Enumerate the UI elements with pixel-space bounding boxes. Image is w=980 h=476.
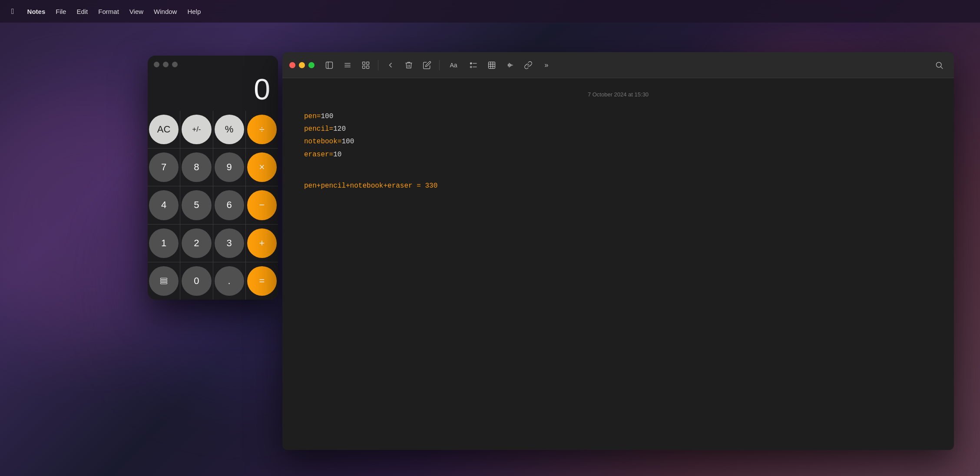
- note-val-eraser: 10: [333, 151, 341, 159]
- calc-maximize-button[interactable]: [172, 62, 178, 67]
- menu-notes[interactable]: Notes: [23, 6, 50, 17]
- grid-view-button[interactable]: [358, 57, 374, 73]
- note-val-pencil: 120: [333, 125, 346, 133]
- note-key-pen: pen: [304, 112, 317, 120]
- note-body[interactable]: pen=100 pencil=120 notebook=100 eraser=1…: [304, 111, 932, 192]
- svg-rect-9: [367, 62, 369, 64]
- voice-button[interactable]: [502, 57, 518, 73]
- calc-result: 0: [156, 73, 269, 106]
- note-sep-3: =: [338, 138, 342, 145]
- calc-btn-9[interactable]: 9: [215, 152, 244, 182]
- svg-rect-8: [363, 62, 365, 64]
- calc-btn-5[interactable]: 5: [182, 190, 211, 220]
- calc-btn-7[interactable]: 7: [149, 152, 179, 182]
- note-line-2: pencil=120: [304, 123, 932, 135]
- calc-btn-container-7: 7: [148, 149, 180, 186]
- format-button[interactable]: Aa: [444, 57, 463, 73]
- menu-file[interactable]: File: [51, 6, 70, 17]
- note-line-1: pen=100: [304, 111, 932, 122]
- calc-btn-plus[interactable]: +: [247, 228, 277, 258]
- calc-btn-sign[interactable]: +/-: [182, 115, 211, 144]
- calc-btn-container-plus: +: [246, 225, 278, 262]
- search-button[interactable]: [931, 57, 947, 73]
- checklist-button[interactable]: [466, 57, 481, 73]
- delete-button[interactable]: [401, 57, 417, 73]
- link-button[interactable]: [520, 57, 536, 73]
- sidebar-toggle-button[interactable]: [321, 57, 337, 73]
- svg-rect-10: [363, 66, 365, 68]
- calc-btn-equals[interactable]: =: [247, 266, 277, 296]
- sidebar-icon: [325, 61, 334, 69]
- calc-btn-4[interactable]: 4: [149, 190, 179, 220]
- menu-window[interactable]: Window: [149, 6, 181, 17]
- calc-btn-container-8: 8: [180, 149, 212, 186]
- grid-icon: [361, 61, 370, 69]
- calc-btn-ac[interactable]: AC: [149, 115, 179, 144]
- calc-btn-container-6: 6: [213, 186, 245, 224]
- checklist-icon: [469, 61, 478, 69]
- compose-icon: [423, 61, 431, 69]
- menu-help[interactable]: Help: [183, 6, 205, 17]
- note-line-3: notebook=100: [304, 136, 932, 148]
- note-val-notebook: 100: [341, 138, 354, 145]
- calc-btn-container-history: [148, 262, 180, 300]
- notes-maximize-button[interactable]: [308, 62, 315, 68]
- calc-btn-container-ac: AC: [148, 111, 180, 148]
- calc-close-button[interactable]: [154, 62, 159, 67]
- back-icon: [386, 61, 395, 69]
- apple-menu[interactable]: : [7, 5, 19, 18]
- calc-btn-decimal[interactable]: .: [215, 266, 244, 296]
- more-button[interactable]: »: [539, 57, 554, 73]
- calc-btn-container-1: 1: [148, 225, 180, 262]
- notes-content[interactable]: 7 October 2024 at 15:30 pen=100 pencil=1…: [282, 78, 954, 450]
- back-button[interactable]: [383, 57, 398, 73]
- compose-button[interactable]: [419, 57, 435, 73]
- menu-format[interactable]: Format: [94, 6, 123, 17]
- calc-display: 0: [148, 73, 278, 111]
- svg-rect-1: [161, 280, 167, 281]
- svg-rect-11: [367, 66, 369, 68]
- list-icon: [343, 61, 352, 69]
- calc-btn-6[interactable]: 6: [215, 190, 244, 220]
- note-sep-4: =: [329, 151, 334, 159]
- notes-minimize-button[interactable]: [299, 62, 305, 68]
- calc-btn-multiply[interactable]: ×: [247, 152, 277, 182]
- notes-close-button[interactable]: [289, 62, 295, 68]
- calc-button-grid: AC +/- % ÷ 7 8 9 × 4 5 6: [148, 111, 278, 300]
- svg-rect-16: [489, 62, 495, 68]
- list-view-button[interactable]: [340, 57, 355, 73]
- table-button[interactable]: [484, 57, 500, 73]
- calc-btn-container-multiply: ×: [246, 149, 278, 186]
- note-formula-result: 330: [425, 182, 437, 190]
- svg-line-28: [941, 66, 943, 69]
- svg-rect-2: [161, 282, 167, 284]
- note-formula-prefix: pen+pencil+notebook+eraser =: [304, 182, 425, 190]
- calc-minimize-button[interactable]: [163, 62, 169, 67]
- menu-edit[interactable]: Edit: [72, 6, 92, 17]
- svg-rect-3: [326, 62, 333, 68]
- search-icon: [935, 61, 944, 69]
- calc-btn-container-4: 4: [148, 186, 180, 224]
- notes-toolbar: Aa: [282, 52, 954, 78]
- calc-btn-1[interactable]: 1: [149, 228, 179, 258]
- link-icon: [524, 61, 533, 69]
- calc-btn-3[interactable]: 3: [215, 228, 244, 258]
- calc-btn-0[interactable]: 0: [182, 266, 211, 296]
- format-label: Aa: [450, 62, 457, 69]
- note-formula-line: pen+pencil+notebook+eraser = 330: [304, 180, 932, 192]
- calc-btn-8[interactable]: 8: [182, 152, 211, 182]
- menu-view[interactable]: View: [125, 6, 148, 17]
- calc-btn-container-equals: =: [246, 262, 278, 300]
- calc-btn-container-sign: +/-: [180, 111, 212, 148]
- note-empty-line: [304, 162, 932, 173]
- note-key-eraser: eraser: [304, 151, 329, 159]
- calc-btn-minus[interactable]: −: [247, 190, 277, 220]
- calc-btn-history[interactable]: [149, 266, 179, 296]
- notes-traffic-lights: [289, 62, 315, 68]
- calc-btn-divide[interactable]: ÷: [247, 115, 277, 144]
- calc-btn-percent[interactable]: %: [215, 115, 244, 144]
- calc-btn-container-divide: ÷: [246, 111, 278, 148]
- calc-btn-container-9: 9: [213, 149, 245, 186]
- note-sep-1: =: [317, 112, 321, 120]
- calc-btn-2[interactable]: 2: [182, 228, 211, 258]
